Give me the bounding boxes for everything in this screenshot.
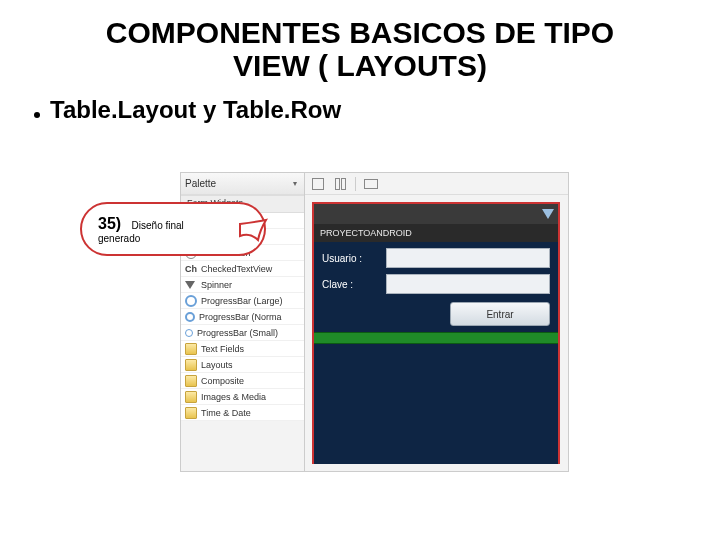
palette-item-spinner[interactable]: Spinner xyxy=(181,277,304,293)
bullet-text: Table.Layout y Table.Row xyxy=(50,96,341,124)
bullet-dot-icon xyxy=(34,112,40,118)
palette-item-progressbar-large[interactable]: ProgressBar (Large) xyxy=(181,293,304,309)
bullet-row: Table.Layout y Table.Row xyxy=(0,82,720,124)
palette-item-label: Text Fields xyxy=(201,344,244,354)
phone-preview: PROYECTOANDROID Usuario : Clave : Entrar xyxy=(312,202,560,464)
entrar-button-label: Entrar xyxy=(486,309,513,320)
callout-text-2: generado xyxy=(98,233,248,244)
preview-toolbar xyxy=(305,173,568,195)
folder-icon xyxy=(185,407,197,419)
palette-item-composite[interactable]: Composite xyxy=(181,373,304,389)
row-clave: Clave : xyxy=(322,274,550,294)
title-line-2: VIEW ( LAYOUTS) xyxy=(233,49,487,82)
palette-item-label: Images & Media xyxy=(201,392,266,402)
chevron-down-icon[interactable]: ▾ xyxy=(290,179,300,189)
folder-icon xyxy=(185,391,197,403)
callout-tail-icon xyxy=(240,220,268,242)
palette-item-label: Spinner xyxy=(201,280,232,290)
palette-item-layouts[interactable]: Layouts xyxy=(181,357,304,373)
entrar-button[interactable]: Entrar xyxy=(450,302,550,326)
phone-statusbar xyxy=(314,204,558,224)
folder-icon xyxy=(185,375,197,387)
palette-item-textfields[interactable]: Text Fields xyxy=(181,341,304,357)
palette-item-progressbar-small[interactable]: ProgressBar (Small) xyxy=(181,325,304,341)
button-row: Entrar xyxy=(314,300,558,326)
palette-item-label: Layouts xyxy=(201,360,233,370)
palette-title: Palette xyxy=(185,178,216,189)
progress-small-icon xyxy=(185,329,193,337)
progress-normal-icon xyxy=(185,312,195,322)
folder-icon xyxy=(185,359,197,371)
clave-label: Clave : xyxy=(322,279,380,290)
phone-appbar: PROYECTOANDROID xyxy=(314,224,558,242)
usuario-field[interactable] xyxy=(386,248,550,268)
usuario-label: Usuario : xyxy=(322,253,380,264)
portrait-icon[interactable] xyxy=(311,177,325,191)
callout-number: 35) xyxy=(98,215,121,232)
callout-text-1: Diseño final xyxy=(132,220,184,231)
palette-item-label: Time & Date xyxy=(201,408,251,418)
callout-bubble: 35) Diseño final generado xyxy=(80,202,266,256)
clave-field[interactable] xyxy=(386,274,550,294)
callout: 35) Diseño final generado xyxy=(80,202,266,266)
form-area: Usuario : Clave : xyxy=(314,242,558,294)
spinner-icon xyxy=(185,279,197,291)
palette-header: Palette ▾ xyxy=(181,173,304,195)
palette-item-images-media[interactable]: Images & Media xyxy=(181,389,304,405)
palette-item-time-date[interactable]: Time & Date xyxy=(181,405,304,421)
signal-icon xyxy=(542,209,554,219)
title-line-1: COMPONENTES BASICOS DE TIPO xyxy=(106,16,614,49)
selection-highlight xyxy=(314,332,558,344)
progress-large-icon xyxy=(185,295,197,307)
row-usuario: Usuario : xyxy=(322,248,550,268)
slide-title: COMPONENTES BASICOS DE TIPO VIEW ( LAYOU… xyxy=(0,0,720,82)
palette-item-label: ProgressBar (Norma xyxy=(199,312,282,322)
landscape-icon[interactable] xyxy=(364,177,378,191)
palette-item-label: ProgressBar (Small) xyxy=(197,328,278,338)
palette-item-label: Composite xyxy=(201,376,244,386)
palette-item-progressbar-normal[interactable]: ProgressBar (Norma xyxy=(181,309,304,325)
palette-item-label: ProgressBar (Large) xyxy=(201,296,283,306)
app-title: PROYECTOANDROID xyxy=(320,228,412,238)
folder-icon xyxy=(185,343,197,355)
separator-icon xyxy=(355,177,356,191)
split-icon[interactable] xyxy=(333,177,347,191)
